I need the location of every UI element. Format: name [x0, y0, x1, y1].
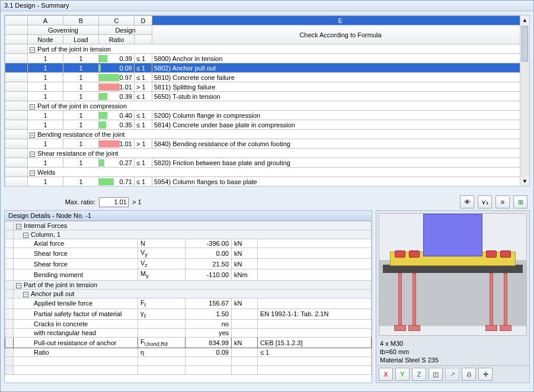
- table-row[interactable]: 110.27≤ 15820) Friction between base pla…: [5, 158, 529, 168]
- cell-desc: 5814) Concrete under base plate in compr…: [152, 120, 529, 130]
- detail-row[interactable]: Pull-out resistance of anchorFt,bond,Rd8…: [5, 337, 372, 348]
- table-row[interactable]: 110.09≤ 15802) Anchor pull out: [5, 63, 529, 73]
- cell-cmp: ≤ 1: [135, 120, 152, 130]
- detail-value: 0.00: [186, 248, 232, 259]
- col-letter-C[interactable]: C: [99, 16, 135, 25]
- detail-group[interactable]: −Column, 1: [5, 230, 372, 239]
- collapse-icon[interactable]: −: [23, 292, 28, 297]
- detail-group[interactable]: −Part of the joint in tension: [5, 280, 372, 289]
- detail-row[interactable]: Axial forceN-396.00kN: [5, 239, 372, 248]
- detail-ref: [258, 319, 372, 328]
- detail-group[interactable]: −Internal Forces: [5, 221, 372, 230]
- cell-load: 1: [63, 111, 99, 120]
- collapse-icon[interactable]: −: [16, 224, 21, 229]
- cell-node: 1: [28, 139, 63, 149]
- view-toggle-button[interactable]: 👁: [460, 195, 474, 208]
- results-button[interactable]: ≡: [495, 195, 510, 208]
- table-row[interactable]: 111.01> 15840) Bending resistance of the…: [5, 139, 529, 149]
- detail-row[interactable]: Bending momentMy-110.00kNm: [5, 269, 372, 280]
- cell-ratio: 0.35: [99, 120, 135, 130]
- collapse-icon[interactable]: −: [23, 233, 28, 238]
- detail-value: 1.50: [186, 309, 232, 319]
- scroll-up-icon[interactable]: ▲: [520, 15, 529, 25]
- axis-z-button[interactable]: Z: [412, 368, 426, 381]
- cell-node: 1: [28, 120, 63, 130]
- table-row[interactable]: 110.39≤ 15800) Anchor in tension: [5, 54, 529, 63]
- design-details-table[interactable]: −Internal Forces−Column, 1Axial forceN-3…: [5, 221, 372, 375]
- section-header[interactable]: −Welds: [5, 168, 529, 177]
- section-header[interactable]: −Part of the joint in tension: [5, 44, 529, 54]
- axes-toggle-button[interactable]: ✛: [478, 368, 493, 381]
- detail-value: -396.00: [186, 239, 232, 248]
- scroll-down-icon[interactable]: ▼: [520, 176, 529, 186]
- cell-load: 1: [63, 158, 99, 168]
- detail-label: Partial safety factor of material: [14, 309, 138, 319]
- detail-value: 0.09: [186, 348, 232, 357]
- col-header-ratio: Ratio: [99, 35, 135, 44]
- table-row[interactable]: 111.01> 15811) Splitting failure: [5, 82, 529, 92]
- detail-value: 834.99: [186, 337, 232, 348]
- col-letter-B[interactable]: B: [63, 16, 99, 25]
- col-group-governing: Governing: [28, 25, 99, 35]
- section-header[interactable]: −Part of the joint in compression: [5, 101, 529, 111]
- print-button[interactable]: ⎙: [462, 368, 476, 381]
- section-header[interactable]: −Bending resistance of the joint: [5, 130, 529, 139]
- col-letter-E[interactable]: E: [152, 16, 529, 25]
- detail-ref: [258, 239, 372, 248]
- collapse-icon[interactable]: −: [30, 133, 35, 138]
- detail-symbol: Vy: [138, 248, 186, 259]
- max-ratio-row: Max. ratio: > 1 👁 ⋎₁ ≡ ⊞: [36, 196, 527, 208]
- col-letter-D[interactable]: D: [135, 16, 152, 25]
- collapse-icon[interactable]: −: [16, 283, 21, 288]
- cell-cmp: ≤ 1: [135, 63, 152, 73]
- table-row[interactable]: 110.97≤ 15810) Concrete cone failure: [5, 73, 529, 82]
- max-ratio-input[interactable]: [99, 197, 129, 207]
- cell-ratio: 0.09: [99, 63, 135, 73]
- table-row[interactable]: 110.40≤ 15200) Column flange in compress…: [5, 111, 529, 120]
- detail-row[interactable]: Ratioη0.09≤ 1: [5, 348, 372, 357]
- detail-row[interactable]: Shear forceVy0.00kN: [5, 248, 372, 259]
- table-row[interactable]: 110.71≤ 15954) Column flanges to base pl…: [5, 177, 529, 187]
- section-header[interactable]: −Shear resistance of the joint: [5, 149, 529, 158]
- detail-value: yes: [186, 328, 232, 337]
- cell-load: 1: [63, 139, 99, 149]
- scroll-thumb[interactable]: [522, 26, 528, 62]
- cell-ratio: 0.39: [99, 54, 135, 63]
- export-excel-button[interactable]: ⊞: [513, 195, 527, 208]
- detail-unit: kN: [232, 248, 258, 259]
- detail-label: Pull-out resistance of anchor: [14, 337, 138, 348]
- col-header-node: Node: [28, 35, 63, 44]
- detail-symbol: [138, 328, 186, 337]
- cell-node: 1: [28, 111, 63, 120]
- cell-desc: 5820) Friction between base plate and gr…: [152, 158, 529, 168]
- detail-row[interactable]: Partial safety factor of materialγc1.50E…: [5, 309, 372, 319]
- filter-button[interactable]: ⋎₁: [478, 195, 492, 208]
- axis-x-button[interactable]: X: [379, 368, 393, 381]
- viewer-3d[interactable]: [379, 213, 527, 336]
- table-row[interactable]: 110.35≤ 15814) Concrete under base plate…: [5, 120, 529, 130]
- detail-unit: kNm: [232, 269, 258, 280]
- detail-ref: [258, 248, 372, 259]
- detail-row[interactable]: Shear forceVz21.50kN: [5, 259, 372, 269]
- iso-view-button[interactable]: ◫: [429, 368, 443, 381]
- collapse-icon[interactable]: −: [30, 104, 35, 110]
- detail-value: -110.00: [186, 269, 232, 280]
- collapse-icon[interactable]: −: [30, 171, 35, 176]
- arrow-button[interactable]: ↗: [445, 368, 459, 381]
- detail-value: no: [186, 319, 232, 328]
- collapse-icon[interactable]: −: [30, 152, 35, 157]
- viewer-info-line3: Material Steel S 235: [380, 356, 526, 364]
- table-row[interactable]: 110.39≤ 15650) T-stub in tension: [5, 92, 529, 101]
- detail-row[interactable]: Applied tensile forceFt156.67kN: [5, 298, 372, 309]
- axis-y-button[interactable]: Y: [395, 368, 410, 381]
- collapse-icon[interactable]: −: [30, 47, 35, 53]
- cell-cmp: ≤ 1: [135, 92, 152, 101]
- grid-scrollbar[interactable]: ▲ ▼: [520, 15, 529, 186]
- summary-grid[interactable]: A B C D E Governing Design Check Accordi…: [4, 15, 530, 187]
- cell-ratio: 0.97: [99, 73, 135, 82]
- detail-group[interactable]: −Anchor pull out: [5, 289, 372, 298]
- detail-row[interactable]: Cracks in concreteno: [5, 319, 372, 328]
- cell-desc: 5650) T-stub in tension: [152, 92, 529, 101]
- detail-row[interactable]: with rectangular headyes: [5, 328, 372, 337]
- col-letter-A[interactable]: A: [28, 16, 63, 25]
